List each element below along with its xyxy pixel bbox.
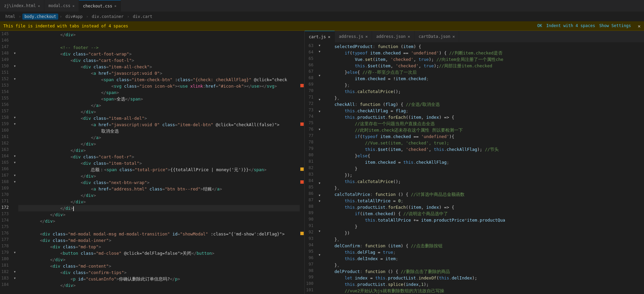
code-line: this.calcTotalPrice(); — [323, 178, 644, 185]
code-line: this.totalAllPrice += item.productPrice*… — [323, 217, 644, 223]
code-line: <div class="md-modal-inner"> — [18, 237, 300, 244]
code-line: }, — [323, 95, 644, 101]
close-tab-checkout-css[interactable]: ✕ — [114, 4, 116, 8]
code-line: selectedProduct: function (item) { — [323, 43, 644, 50]
warning-close-button[interactable]: ✕ — [638, 23, 641, 29]
code-line: //这里存在一个问题当用户直接点击全选 — [323, 120, 644, 127]
tab-label: modal.css — [48, 3, 70, 8]
tab-cartdata-json[interactable]: cartData.json ✕ — [414, 31, 459, 42]
code-line: delProduct: function () { //删除点击了删除的商品 — [323, 268, 644, 275]
code-line: } — [323, 223, 644, 230]
tab-label: cartData.json — [418, 34, 450, 39]
code-line: delConfirm: function (item) { //点击删除按钮 — [323, 243, 644, 249]
tab-address-json[interactable]: address.json ✕ — [372, 31, 414, 42]
tab-address-js[interactable]: address.js ✕ — [335, 31, 372, 42]
code-line: </a> — [18, 134, 300, 141]
close-tab-cartdata-json[interactable]: ✕ — [452, 34, 455, 39]
code-line: </div> — [18, 141, 300, 147]
code-line: <div class="md-modal modal-msg md-modal-… — [18, 231, 300, 237]
tab-zj-index[interactable]: zj\index.html ✕ — [0, 0, 44, 12]
tab-modal-css[interactable]: modal.css ✕ — [44, 0, 79, 12]
breadcrumb: html › body.checkout › div#app › div.con… — [0, 12, 644, 21]
tab-label: cart.js — [309, 35, 326, 39]
close-tab-address-js[interactable]: ✕ — [365, 34, 368, 39]
code-line: this.productList.forEach((item, index) =… — [323, 204, 644, 210]
tab-bar-right[interactable]: cart.js ✕ address.js ✕ address.json ✕ ca… — [305, 31, 644, 43]
breadcrumb-cart[interactable]: div.cart — [131, 14, 154, 20]
code-line — [18, 224, 300, 231]
code-line: checkAll: function (flag) { //全选/取消全选 — [323, 101, 644, 108]
left-code-lines[interactable]: </div> <!-- footer --> <div class="cart-… — [18, 31, 300, 294]
code-line: <div class="cart-foot-wrap"> — [18, 51, 300, 57]
code-line: this.$set(item, 'checked', true);//局部注册i… — [323, 63, 644, 69]
code-line: }else{ — [323, 153, 644, 159]
code-line: <div class="md-content"> — [18, 263, 300, 269]
code-line: this.delIndex = item; — [323, 255, 644, 262]
code-line: }else{ //存--即至少点击了一次后 — [323, 69, 644, 75]
code-line: <div class="item-total"> — [18, 160, 300, 166]
tab-bar-left[interactable]: zj\index.html ✕ modal.css ✕ checkout.css… — [0, 0, 644, 12]
breadcrumb-body[interactable]: body.checkout — [22, 14, 58, 20]
code-line: if(typeof item.checked == 'undefined'){ — [323, 133, 644, 140]
code-line: <svg class="icon icon-ok"><use xlink:hre… — [18, 83, 300, 89]
right-code-area[interactable]: 63 64 65 66 67 68 69 70 71 72 73 74 75 7… — [305, 43, 644, 294]
code-line: item.checked = this.checkAllFlag; — [323, 159, 644, 165]
breadcrumb-divapp[interactable]: div#app — [63, 14, 85, 20]
code-line — [18, 38, 300, 44]
code-line: calcTotalPrice: function () { //计算选中商品总金… — [323, 191, 644, 198]
tab-cart-js[interactable]: cart.js ✕ — [305, 31, 335, 42]
warning-settings-button[interactable]: Show Settings — [599, 23, 631, 29]
code-line: if(typeof item.checked == 'undefined') {… — [323, 50, 644, 56]
right-margin-left — [300, 31, 304, 294]
warning-text: This file is indented with tabs instead … — [3, 24, 128, 28]
code-line: <a href="javascript:void 0"> — [18, 70, 300, 76]
code-line: this.delFlag = true; — [323, 249, 644, 255]
code-line: if(item.checked) { //说明这个商品选中了 — [323, 210, 644, 217]
code-line: <div class="next-btn-wrap"> — [18, 179, 300, 186]
code-line: </div> — [18, 199, 300, 205]
code-line: </div> — [18, 192, 300, 199]
code-line: </div> — [18, 218, 300, 224]
gutter-right: ▼ ▼ ▼ ▼ ▼ ▼ — [316, 43, 323, 294]
code-line: <button class="md-close" @click="delFlag… — [18, 250, 300, 256]
close-tab-address-json[interactable]: ✕ — [408, 34, 410, 39]
code-line: }, — [323, 185, 644, 191]
code-line: }; — [323, 82, 644, 88]
close-tab-cart-js[interactable]: ✕ — [328, 35, 330, 39]
code-line: </div> — [18, 109, 300, 115]
code-line: </div> — [18, 147, 300, 154]
code-line: this.$set(item, 'checked', this.checkAll… — [323, 146, 644, 153]
breadcrumb-html[interactable]: html — [3, 14, 17, 20]
code-line: <span class="item-check-btn" :class="{ch… — [18, 76, 300, 83]
tab-label: address.json — [376, 34, 406, 39]
close-tab-zj-index[interactable]: ✕ — [38, 4, 40, 8]
left-code-area[interactable]: 145 146 147 148 149 150 151 152 153 154 … — [0, 31, 304, 294]
tab-label: address.js — [339, 34, 363, 39]
code-line: <div class="md-top"> — [18, 244, 300, 250]
warning-indent-button[interactable]: Indent with 4 spaces — [546, 23, 595, 29]
tab-label: zj\index.html — [4, 3, 36, 8]
code-line: //Vue.set(item, 'checked', true); — [323, 140, 644, 146]
right-editor-panel[interactable]: cart.js ✕ address.js ✕ address.json ✕ ca… — [305, 31, 644, 294]
main-area: 145 146 147 148 149 150 151 152 153 154 … — [0, 31, 644, 294]
close-tab-modal-css[interactable]: ✕ — [72, 4, 74, 8]
editor-window: zj\index.html ✕ modal.css ✕ checkout.css… — [0, 0, 644, 294]
code-line: this.productList.splice(index,1); — [323, 281, 644, 288]
gutter-left: ▼ ▼ ▼ ▼ ▼ ▼ ▼ — [12, 31, 18, 294]
left-editor-panel[interactable]: 145 146 147 148 149 150 151 152 153 154 … — [0, 31, 305, 294]
code-line: <a href="address.html" class="btn btn--r… — [18, 186, 300, 192]
warning-bar: This file is indented with tabs instead … — [0, 21, 644, 31]
tab-checkout-css[interactable]: checkout.css ✕ — [79, 0, 121, 12]
code-line: item.checked = !item.checked; — [323, 75, 644, 82]
code-line: </span> — [18, 89, 300, 96]
code-line: </div> — [18, 31, 300, 38]
code-line: this.calcTotalPrice(); — [323, 88, 644, 95]
warning-ok-button[interactable]: OK — [537, 23, 542, 29]
right-code-lines[interactable]: selectedProduct: function (item) { if(ty… — [323, 43, 644, 294]
code-line: let index = this.productList.indexOf(thi… — [323, 275, 644, 281]
code-line: 总额：<span class="total-price">{{totalAllP… — [18, 166, 300, 173]
code-line: </div> — [18, 211, 300, 218]
code-line: <div class="item-all-check"> — [18, 64, 300, 70]
warning-actions: OK Indent with 4 spaces Show Settings ✕ — [537, 23, 641, 29]
breadcrumb-container[interactable]: div.container — [90, 14, 126, 20]
